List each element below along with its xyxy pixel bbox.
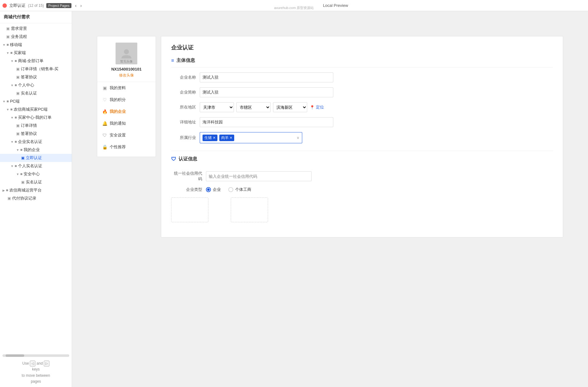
folder-icon: ■	[15, 164, 17, 168]
sidebar-item-security-center[interactable]: ▼ ■ 安全中心	[0, 170, 72, 178]
sidebar-item-personal-real-cert[interactable]: ▼ ■ 个人实名认证	[0, 162, 72, 170]
change-avatar-link[interactable]: 修改头像	[119, 73, 134, 78]
folder-icon: ■	[15, 115, 17, 120]
sidebar-item-sign-agreement1[interactable]: ▣ 签署协议	[0, 73, 72, 81]
sidebar-item-real-name1[interactable]: ▣ 实名认证	[0, 89, 72, 97]
expand-arrow: ▼	[16, 173, 19, 176]
sidebar-item-buyer-center[interactable]: ▼ ■ 买家中心-我的订单	[0, 113, 72, 122]
industry-label: 所属行业	[171, 135, 196, 141]
radio-enterprise[interactable]: 企业	[206, 187, 221, 192]
expand-arrow: ▼	[11, 140, 14, 144]
sidebar-bottom-hint: Use ◁ and ▷ keys to move between pages	[0, 358, 72, 387]
sidebar-item-mall-orders[interactable]: ▼ ■ 商城-全部订单	[0, 57, 72, 65]
region-area-select[interactable]: 滨海新区	[273, 102, 307, 112]
address-label: 详细地址	[171, 119, 196, 125]
user-id: NX15400100101	[111, 67, 142, 71]
location-button[interactable]: 📍 定位	[310, 104, 324, 110]
menu-item-my-points[interactable]: ♡ 我的积分	[97, 94, 156, 106]
sidebar-item-pc[interactable]: ▼ ■ PC端	[0, 97, 72, 105]
profile-panel: 暂无头像 NX15400100101 修改头像 ▣ 我的资料 ♡ 我的积分 🔥 …	[97, 36, 156, 157]
industry-tag-sheep: 肉羊 ✕	[219, 135, 234, 141]
sidebar-item-immediate-cert[interactable]: ▣ 立即认证	[0, 154, 72, 162]
expand-arrow: ▶	[2, 189, 5, 192]
sidebar-item-demand-bg[interactable]: ▣ 需求背景	[0, 25, 72, 33]
doc-icon: ▣	[16, 123, 20, 128]
industry-chevron-icon: ∨	[297, 136, 299, 140]
expand-arrow: ▼	[6, 51, 9, 55]
upload-area-left[interactable]	[171, 197, 208, 222]
shield-icon: 🛡	[102, 133, 107, 138]
doc-icon: ▣	[16, 91, 20, 95]
page-title-bar: 立即认证	[9, 3, 25, 8]
folder-icon: ■	[6, 188, 8, 192]
radio-individual[interactable]: 个体工商	[228, 187, 251, 192]
doc-icon: ▣	[21, 180, 25, 184]
page-info: (12 of 15)	[28, 3, 44, 8]
enterprise-type-label: 企业类型	[171, 187, 202, 192]
project-pages-badge[interactable]: Project Pages	[46, 3, 71, 8]
remove-pigs-button[interactable]: ✕	[213, 136, 216, 140]
sidebar: 商城代付需求 ▣ 需求背景 ▣ 业务流程 ▼ ■ 移动端 ▼ ■ 买家端	[0, 11, 72, 387]
close-button[interactable]	[2, 3, 7, 8]
sidebar-item-nongxin-platform[interactable]: ▶ ■ 农信商城运营平台	[0, 186, 72, 194]
menu-item-my-enterprise[interactable]: 🔥 我的企业	[97, 106, 156, 117]
menu-item-my-info[interactable]: ▣ 我的资料	[97, 82, 156, 94]
expand-arrow: ▼	[16, 148, 19, 152]
company-name-input[interactable]	[200, 72, 333, 82]
folder-icon: ■	[15, 140, 17, 144]
menu-item-personalization[interactable]: 🔒 个性推荐	[97, 141, 156, 153]
sidebar-item-business-flow[interactable]: ▣ 业务流程	[0, 33, 72, 41]
folder-icon: ■	[7, 99, 9, 104]
region-row: 所在地区 天津市 市辖区 滨海新区 📍 定位	[171, 102, 553, 112]
sidebar-item-order-detail2[interactable]: ▣ 订单详情	[0, 122, 72, 130]
company-name-row: 企业名称	[171, 72, 553, 82]
sidebar-header: 商城代付需求	[0, 11, 72, 23]
location-pin-icon: 📍	[310, 105, 315, 110]
section-divider	[171, 151, 553, 151]
upload-area-right[interactable]	[231, 197, 268, 222]
sidebar-scrollbar[interactable]	[2, 354, 69, 357]
industry-tag-pigs: 生猪 ✕	[203, 135, 217, 141]
sidebar-item-payment-records[interactable]: ▣ 代付协议记录	[0, 194, 72, 202]
region-city-select[interactable]: 天津市	[200, 102, 234, 112]
cert-info-section: 🛡 认证信息 统一社会信用代码 企业类型 企业	[171, 156, 553, 222]
expand-arrow: ▼	[11, 164, 14, 168]
lock-icon: 🔒	[102, 145, 107, 150]
doc-icon: ▣	[6, 26, 10, 31]
doc-icon: ▣	[16, 75, 20, 79]
folder-icon: ■	[7, 43, 9, 47]
sidebar-item-personal-center[interactable]: ▼ ■ 个人中心	[0, 81, 72, 89]
credit-code-input[interactable]	[206, 171, 312, 181]
remove-sheep-button[interactable]: ✕	[230, 136, 232, 140]
sidebar-item-order-detail[interactable]: ▣ 订单详情（销售单-买	[0, 65, 72, 73]
industry-select[interactable]: 生猪 ✕ 肉羊 ✕ ∨	[200, 132, 302, 143]
address-input[interactable]	[200, 117, 333, 127]
address-row: 详细地址	[171, 117, 553, 127]
sidebar-item-my-enterprise[interactable]: ▼ ■ 我的企业	[0, 146, 72, 154]
menu-item-security-settings[interactable]: 🛡 安全设置	[97, 129, 156, 141]
cert-section-title: 认证信息	[179, 156, 197, 162]
bell-icon: 🔔	[102, 121, 107, 126]
region-selects: 天津市 市辖区 滨海新区 📍 定位	[200, 102, 333, 112]
company-abbr-input[interactable]	[200, 87, 333, 97]
radio-circle-enterprise	[206, 187, 211, 192]
sidebar-item-enterprise-cert[interactable]: ▼ ■ 企业实名认证	[0, 138, 72, 146]
subject-section-title: 主体信息	[176, 58, 195, 63]
region-district-select[interactable]: 市辖区	[236, 102, 271, 112]
sidebar-item-mobile[interactable]: ▼ ■ 移动端	[0, 41, 72, 49]
sidebar-item-real-name2[interactable]: ▣ 实名认证	[0, 178, 72, 186]
folder-icon: ■	[20, 172, 22, 176]
next-page-button[interactable]: ›	[79, 2, 83, 9]
sidebar-item-nongxin-buyer-pc[interactable]: ▼ ■ 农信商城买家PC端	[0, 105, 72, 113]
sidebar-item-sign-agreement2[interactable]: ▣ 签署协议	[0, 130, 72, 138]
page-navigation: ‹ ›	[74, 2, 83, 9]
credit-code-row: 统一社会信用代码	[171, 171, 553, 182]
prev-page-button[interactable]: ‹	[74, 2, 78, 9]
sidebar-tree: ▣ 需求背景 ▣ 业务流程 ▼ ■ 移动端 ▼ ■ 买家端 ▼ ■ 商城-全部订…	[0, 23, 72, 353]
expand-arrow: ▼	[11, 84, 14, 87]
person-icon	[120, 47, 133, 60]
folder-icon: ■	[15, 59, 17, 63]
menu-item-my-notifications[interactable]: 🔔 我的通知	[97, 117, 156, 129]
sidebar-item-buyer[interactable]: ▼ ■ 买家端	[0, 49, 72, 57]
doc-icon: ▣	[16, 67, 20, 71]
